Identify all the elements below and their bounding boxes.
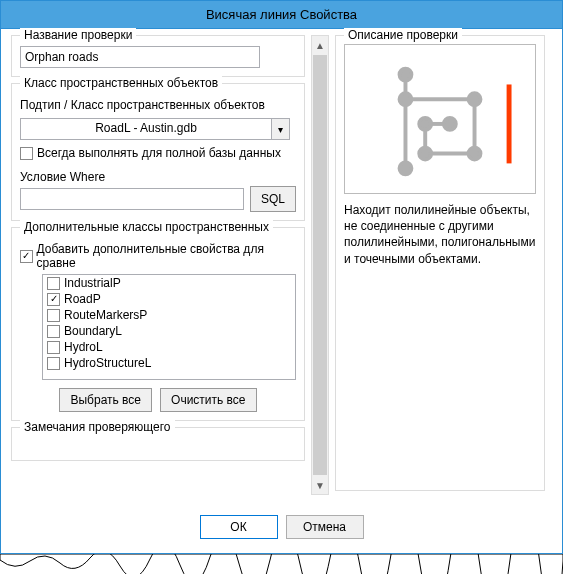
feature-class-combo[interactable]: RoadL - Austin.gdb ▾ xyxy=(20,118,290,140)
svg-point-9 xyxy=(469,93,481,105)
extra-classes-list[interactable]: IndustrialP ✓ RoadP RouteMarkersP Bounda… xyxy=(42,274,296,380)
scroll-up-icon[interactable]: ▲ xyxy=(312,36,328,54)
dialog-button-row: ОК Отмена xyxy=(1,497,562,553)
add-extra-props-label: Добавить дополнительные свойства для сра… xyxy=(37,242,296,270)
ok-button[interactable]: ОК xyxy=(200,515,278,539)
list-item-label: BoundaryL xyxy=(64,324,122,338)
left-panel: Название проверки Класс пространственных… xyxy=(11,35,305,497)
feature-class-group: Класс пространственных объектов Подтип /… xyxy=(11,83,305,221)
list-checkbox[interactable] xyxy=(47,309,60,322)
where-label: Условие Where xyxy=(20,170,296,184)
description-label: Описание проверки xyxy=(344,28,462,42)
add-extra-props-checkbox[interactable]: ✓ xyxy=(20,250,33,263)
vertical-scrollbar[interactable]: ▲ ▼ xyxy=(311,35,329,495)
extra-classes-group: Дополнительные классы пространственных ✓… xyxy=(11,227,305,421)
dialog-window: Висячая линия Свойства Название проверки… xyxy=(0,0,563,554)
svg-point-11 xyxy=(419,148,431,160)
list-item[interactable]: HydroStructureL xyxy=(43,355,295,371)
list-item[interactable]: IndustrialP xyxy=(43,275,295,291)
select-all-button[interactable]: Выбрать все xyxy=(59,388,152,412)
feature-class-label1: Класс пространственных объектов xyxy=(20,76,222,90)
reviewer-notes-group: Замечания проверяющего xyxy=(11,427,305,461)
list-checkbox[interactable] xyxy=(47,277,60,290)
check-name-label: Название проверки xyxy=(20,28,136,42)
list-item[interactable]: HydroL xyxy=(43,339,295,355)
clear-all-button[interactable]: Очистить все xyxy=(160,388,256,412)
right-panel: Описание проверки xyxy=(335,35,545,497)
reviewer-notes-label: Замечания проверяющего xyxy=(20,420,175,434)
title-bar[interactable]: Висячая линия Свойства xyxy=(1,1,562,29)
svg-point-12 xyxy=(419,118,431,130)
list-item-label: IndustrialP xyxy=(64,276,121,290)
list-checkbox[interactable] xyxy=(47,341,60,354)
chevron-down-icon[interactable]: ▾ xyxy=(272,118,290,140)
description-text: Находит полилинейные объекты, не соедине… xyxy=(344,202,536,267)
feature-class-selected: RoadL - Austin.gdb xyxy=(20,118,272,140)
list-item-label: HydroL xyxy=(64,340,103,354)
extra-classes-label: Дополнительные классы пространственных xyxy=(20,220,273,234)
list-item-label: RoadP xyxy=(64,292,101,306)
always-full-db-checkbox[interactable] xyxy=(20,147,33,160)
list-item[interactable]: RouteMarkersP xyxy=(43,307,295,323)
description-group: Описание проверки xyxy=(335,35,545,491)
always-full-db-label: Всегда выполнять для полной базы данных xyxy=(37,146,281,160)
scroll-down-icon[interactable]: ▼ xyxy=(312,476,328,494)
window-title: Висячая линия Свойства xyxy=(206,7,357,22)
feature-class-label2: Подтип / Класс пространственных объектов xyxy=(20,98,296,112)
torn-edge-decoration xyxy=(0,554,563,574)
svg-point-7 xyxy=(400,93,412,105)
list-checkbox[interactable] xyxy=(47,357,60,370)
svg-point-8 xyxy=(400,162,412,174)
svg-point-13 xyxy=(444,118,456,130)
list-checkbox[interactable]: ✓ xyxy=(47,293,60,306)
list-item-label: RouteMarkersP xyxy=(64,308,147,322)
list-checkbox[interactable] xyxy=(47,325,60,338)
list-item[interactable]: BoundaryL xyxy=(43,323,295,339)
list-item-label: HydroStructureL xyxy=(64,356,151,370)
scroll-thumb[interactable] xyxy=(313,55,327,475)
cancel-button[interactable]: Отмена xyxy=(286,515,364,539)
description-diagram xyxy=(344,44,536,194)
check-name-group: Название проверки xyxy=(11,35,305,77)
sql-button[interactable]: SQL xyxy=(250,186,296,212)
check-name-input[interactable] xyxy=(20,46,260,68)
svg-point-6 xyxy=(400,69,412,81)
where-input[interactable] xyxy=(20,188,244,210)
svg-point-10 xyxy=(469,148,481,160)
list-item[interactable]: ✓ RoadP xyxy=(43,291,295,307)
